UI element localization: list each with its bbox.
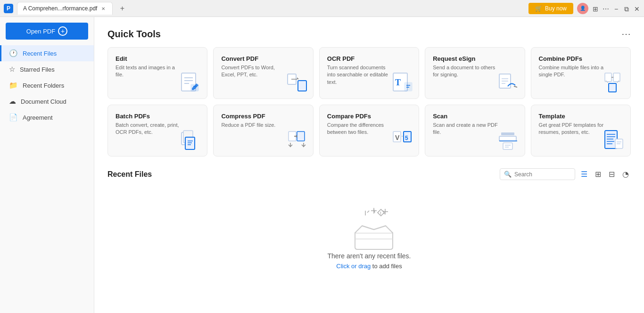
tool-title: Request eSign (433, 55, 517, 62)
tool-desc: Scan and create a new PDF file. (433, 122, 499, 136)
tool-card-scan[interactable]: Scan Scan and create a new PDF file. (425, 105, 525, 156)
batch-icon (181, 130, 201, 150)
folder-icon: 📁 (9, 81, 18, 90)
tool-title: OCR PDF (327, 55, 411, 62)
tool-card-template[interactable]: Template Get great PDF templates for res… (531, 105, 631, 156)
click-or-drag-link[interactable]: Click or drag (336, 263, 371, 270)
sidebar-item-label: Document Cloud (21, 98, 66, 105)
sidebar-item-document-cloud[interactable]: ☁ Document Cloud (0, 93, 94, 109)
tool-card-compress-pdf[interactable]: Compress PDF Reduce a PDF file size. (213, 105, 313, 156)
tool-desc: Turn scanned documents into searchable o… (327, 64, 393, 86)
tool-desc: Batch convert, create, print, OCR PDFs, … (116, 122, 182, 136)
svg-rect-22 (609, 83, 616, 92)
open-pdf-label: Open PDF (26, 28, 55, 35)
tool-desc: Reduce a PDF file size. (221, 122, 287, 129)
sidebar-item-label: Starred Files (20, 66, 55, 73)
tool-desc: Convert PDFs to Word, Excel, PPT, etc. (221, 64, 287, 79)
buy-now-button[interactable]: 🛒 Buy now (528, 3, 573, 14)
compare-icon: V 5 (392, 130, 413, 150)
tool-card-request-esign[interactable]: Request eSign Send a document to others … (425, 47, 525, 99)
scan-icon (498, 130, 519, 150)
svg-rect-21 (613, 73, 620, 82)
tool-card-convert-pdf[interactable]: Convert PDF Convert PDFs to Word, Excel,… (213, 47, 313, 99)
plus-icon: + (58, 26, 67, 36)
svg-rect-30 (297, 132, 305, 141)
filter-button[interactable]: ◔ (620, 168, 631, 181)
app-body: Open PDF + 🕐 Recent Files ☆ Starred File… (0, 17, 644, 313)
tool-card-edit[interactable]: Edit Edit texts and images in a file. (107, 47, 207, 99)
svg-rect-8 (298, 81, 306, 91)
cart-icon: 🛒 (535, 5, 542, 12)
tool-card-batch-pdfs[interactable]: Batch PDFs Batch convert, create, print,… (107, 105, 207, 156)
app-icon: P (4, 4, 13, 13)
sidebar-item-recent-folders[interactable]: 📁 Recent Folders (0, 77, 94, 93)
svg-rect-37 (501, 132, 514, 135)
combine-icon (604, 72, 625, 93)
close-button[interactable]: ✕ (634, 5, 640, 12)
sidebar-item-label: Agreement (23, 114, 53, 121)
tool-desc: Edit texts and images in a file. (116, 64, 182, 79)
svg-rect-36 (499, 136, 516, 141)
tool-card-compare-pdfs[interactable]: Compare PDFs Compare the differences bet… (319, 105, 419, 156)
svg-line-19 (514, 86, 517, 87)
svg-rect-39 (503, 143, 512, 149)
active-tab[interactable]: A Comprehen...rformance.pdf ✕ (17, 2, 113, 15)
sidebar-item-agreement[interactable]: 📄 Agreement (0, 109, 94, 125)
clock-icon: 🕐 (9, 49, 18, 58)
tool-desc: Compare the differences between two file… (327, 122, 393, 136)
sidebar-item-starred-files[interactable]: ☆ Starred Files (0, 61, 94, 77)
empty-state-illustration: ! (346, 207, 393, 245)
tab-close-button[interactable]: ✕ (100, 5, 107, 12)
table-view-button[interactable]: ⊟ (607, 168, 617, 181)
template-icon (604, 130, 625, 150)
minimize-button[interactable]: − (613, 5, 619, 12)
quick-tools-header: Quick Tools ⋯ (107, 28, 631, 40)
titlebar: P A Comprehen...rformance.pdf ✕ + 🛒 Buy … (0, 0, 644, 17)
edit-tool-icon (181, 72, 201, 93)
tab-label: A Comprehen...rformance.pdf (23, 5, 97, 12)
tool-title: Compress PDF (221, 113, 305, 120)
buy-now-label: Buy now (545, 5, 567, 12)
recent-files-controls: 🔍 ☰ ⊞ ⊟ ◔ (500, 168, 631, 181)
tool-title: Scan (433, 113, 517, 120)
tool-desc: Send a document to others for signing. (433, 64, 499, 79)
main-content: Quick Tools ⋯ Edit Edit texts and images… (94, 17, 644, 313)
sidebar-item-recent-files[interactable]: 🕐 Recent Files (0, 45, 94, 61)
new-tab-button[interactable]: + (116, 3, 128, 14)
restore-button[interactable]: ⧉ (623, 5, 630, 12)
tool-title: Compare PDFs (327, 113, 411, 120)
search-icon: 🔍 (504, 171, 512, 178)
grid-view-button[interactable]: ⊞ (593, 168, 603, 181)
convert-pdf-icon (287, 72, 307, 93)
search-input[interactable] (514, 171, 571, 178)
tool-title: Edit (116, 55, 199, 62)
tool-title: Template (539, 113, 623, 120)
cloud-icon: ☁ (9, 97, 16, 106)
tool-card-combine-pdfs[interactable]: Combine PDFs Combine multiple files into… (531, 47, 631, 99)
esign-icon (498, 72, 519, 93)
list-view-button[interactable]: ☰ (579, 168, 589, 181)
sidebar-item-label: Recent Files (23, 50, 57, 57)
svg-text:!: ! (380, 211, 381, 215)
svg-text:T: T (395, 78, 401, 87)
tool-desc: Combine multiple files into a single PDF… (539, 64, 605, 79)
screen-toggle-button[interactable]: ⊞ (592, 5, 599, 12)
more-options-button[interactable]: ⋯ (603, 5, 609, 12)
svg-text:V: V (395, 134, 400, 141)
titlebar-right: 🛒 Buy now 👤 ⊞ ⋯ − ⧉ ✕ (528, 3, 640, 14)
tool-card-ocr-pdf[interactable]: OCR PDF Turn scanned documents into sear… (319, 47, 419, 99)
quick-tools-more-button[interactable]: ⋯ (621, 28, 631, 40)
svg-rect-25 (185, 137, 195, 149)
recent-files-title: Recent Files (107, 170, 152, 179)
ocr-icon: T (392, 72, 413, 93)
sidebar: Open PDF + 🕐 Recent Files ☆ Starred File… (0, 17, 94, 313)
open-pdf-button[interactable]: Open PDF + (6, 23, 88, 40)
svg-rect-12 (405, 82, 412, 91)
document-icon: 📄 (9, 113, 18, 122)
search-box[interactable]: 🔍 (500, 168, 575, 180)
star-icon: ☆ (9, 65, 15, 74)
avatar[interactable]: 👤 (577, 3, 588, 14)
tool-title: Convert PDF (221, 55, 305, 62)
empty-state-cta: Click or drag to add files (336, 263, 402, 270)
sidebar-item-label: Recent Folders (23, 82, 64, 89)
